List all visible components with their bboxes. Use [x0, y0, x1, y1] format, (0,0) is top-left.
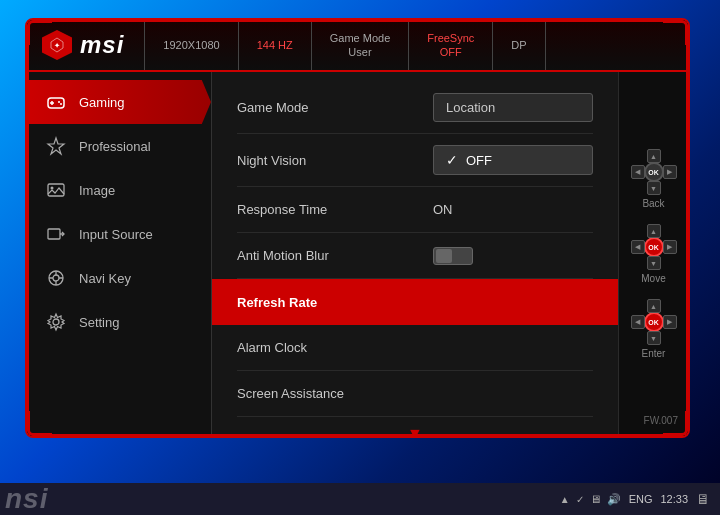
enter-ok-btn[interactable]: OK — [644, 312, 664, 332]
sidebar-item-input-source[interactable]: Input Source — [27, 212, 211, 256]
back-right-btn[interactable]: ▶ — [663, 165, 677, 179]
back-down-btn[interactable]: ▼ — [647, 181, 661, 195]
off-dropdown[interactable]: ✓ OFF — [433, 145, 593, 175]
language-indicator: ENG — [629, 493, 653, 505]
move-up-btn[interactable]: ▲ — [647, 224, 661, 238]
arrow-icon: ✓ — [576, 494, 584, 505]
enter-control-group: OK ◀ ▶ ▲ ▼ Enter — [631, 299, 677, 359]
back-up-btn[interactable]: ▲ — [647, 149, 661, 163]
enter-label: Enter — [642, 348, 666, 359]
msi-logo: msi — [80, 31, 124, 59]
anti-motion-blur-row[interactable]: Anti Motion Blur — [237, 233, 593, 279]
sidebar-professional-label: Professional — [79, 139, 151, 154]
input-info: DP — [493, 20, 545, 70]
game-mode-row[interactable]: Game Mode Location — [237, 82, 593, 134]
logo-section: ✦ msi — [42, 20, 145, 70]
response-time-value: ON — [433, 202, 593, 217]
enter-up-btn[interactable]: ▲ — [647, 299, 661, 313]
alarm-clock-row[interactable]: Alarm Clock — [237, 325, 593, 371]
input-source-icon — [45, 223, 67, 245]
svg-point-14 — [53, 275, 59, 281]
sidebar-navi-key-label: Navi Key — [79, 271, 131, 286]
screen-assistance-row[interactable]: Screen Assistance — [237, 371, 593, 417]
svg-point-6 — [58, 101, 60, 103]
top-bar: ✦ msi 1920X1080 144 HZ Game ModeUser Fre… — [27, 20, 688, 72]
night-vision-label: Night Vision — [237, 153, 433, 168]
move-ok-text: OK — [648, 244, 659, 251]
game-mode-info: Game ModeUser — [312, 20, 410, 70]
move-left-btn[interactable]: ◀ — [631, 240, 645, 254]
night-vision-row[interactable]: Night Vision ✓ OFF — [237, 134, 593, 187]
corner-tr-decoration — [663, 20, 688, 45]
msi-bottom-logo: nsi — [0, 483, 48, 515]
location-dropdown[interactable]: Location — [433, 93, 593, 122]
move-control-group: OK ◀ ▶ ▲ ▼ Move — [631, 224, 677, 284]
svg-rect-11 — [48, 229, 60, 239]
game-mode-value: Location — [433, 93, 593, 122]
svg-point-7 — [60, 103, 62, 105]
professional-icon — [45, 135, 67, 157]
sidebar-gaming-label: Gaming — [79, 95, 125, 110]
sidebar-item-professional[interactable]: Professional — [27, 124, 211, 168]
back-ok-btn[interactable]: OK — [644, 162, 664, 182]
enter-ok-text: OK — [648, 319, 659, 326]
network-icon: 🖥 — [590, 493, 601, 505]
enter-right-btn[interactable]: ▶ — [663, 315, 677, 329]
setting-icon — [45, 311, 67, 333]
move-right-btn[interactable]: ▶ — [663, 240, 677, 254]
night-vision-value: ✓ OFF — [433, 145, 593, 175]
response-time-label: Response Time — [237, 202, 433, 217]
refresh-rate-row[interactable]: Refresh Rate — [212, 279, 618, 325]
up-arrow-icon: ▲ — [560, 494, 570, 505]
move-label: Move — [641, 273, 665, 284]
move-ok-btn[interactable]: OK — [644, 237, 664, 257]
screen-assistance-label: Screen Assistance — [237, 386, 593, 401]
refresh-rate-info: 144 HZ — [239, 20, 312, 70]
content-panel: Game Mode Location Night Vision ✓ OFF — [212, 72, 618, 436]
anti-motion-blur-value — [433, 247, 593, 265]
enter-dpad: OK ◀ ▶ ▲ ▼ — [631, 299, 677, 345]
right-controls: OK ◀ ▶ ▲ ▼ Back OK ◀ ▶ ▲ ▼ — [618, 72, 688, 436]
image-icon — [45, 179, 67, 201]
notification-icon: 🖥 — [696, 491, 710, 507]
sidebar-item-navi-key[interactable]: Navi Key — [27, 256, 211, 300]
resolution-info: 1920X1080 — [145, 20, 238, 70]
back-left-btn[interactable]: ◀ — [631, 165, 645, 179]
sidebar-item-setting[interactable]: Setting — [27, 300, 211, 344]
anti-motion-blur-toggle[interactable] — [433, 247, 473, 265]
game-mode-label: Game Mode — [237, 100, 433, 115]
checkmark-icon: ✓ — [446, 152, 458, 168]
svg-point-10 — [51, 187, 54, 190]
sidebar-item-image[interactable]: Image — [27, 168, 211, 212]
scroll-down-area[interactable]: ▼ — [237, 417, 593, 438]
back-label: Back — [642, 198, 664, 209]
back-ok-text: OK — [648, 169, 659, 176]
navi-key-icon — [45, 267, 67, 289]
svg-rect-9 — [48, 184, 64, 196]
svg-marker-8 — [48, 138, 64, 154]
svg-text:✦: ✦ — [54, 42, 60, 49]
taskbar: nsi ▲ ✓ 🖥 🔊 ENG 12:33 🖥 — [0, 483, 720, 515]
firmware-version: FW.007 — [644, 415, 678, 426]
volume-icon: 🔊 — [607, 493, 621, 506]
sidebar: Gaming Professional Im — [27, 72, 212, 436]
move-down-btn[interactable]: ▼ — [647, 256, 661, 270]
anti-motion-blur-label: Anti Motion Blur — [237, 248, 433, 263]
enter-left-btn[interactable]: ◀ — [631, 315, 645, 329]
svg-point-19 — [53, 319, 59, 325]
move-dpad: OK ◀ ▶ ▲ ▼ — [631, 224, 677, 270]
sidebar-input-source-label: Input Source — [79, 227, 153, 242]
down-arrow-icon[interactable]: ▼ — [407, 425, 423, 438]
back-control-group: OK ◀ ▶ ▲ ▼ Back — [631, 149, 677, 209]
top-bar-info: 1920X1080 144 HZ Game ModeUser FreeSyncO… — [145, 20, 673, 70]
osd-window: ✦ msi 1920X1080 144 HZ Game ModeUser Fre… — [25, 18, 690, 438]
enter-down-btn[interactable]: ▼ — [647, 331, 661, 345]
main-content: Gaming Professional Im — [27, 72, 688, 436]
corner-bl-decoration — [27, 411, 52, 436]
sidebar-item-gaming[interactable]: Gaming — [27, 80, 211, 124]
gaming-icon — [45, 91, 67, 113]
back-dpad: OK ◀ ▶ ▲ ▼ — [631, 149, 677, 195]
response-time-row[interactable]: Response Time ON — [237, 187, 593, 233]
sidebar-image-label: Image — [79, 183, 115, 198]
freesync-info: FreeSyncOFF — [409, 20, 493, 70]
